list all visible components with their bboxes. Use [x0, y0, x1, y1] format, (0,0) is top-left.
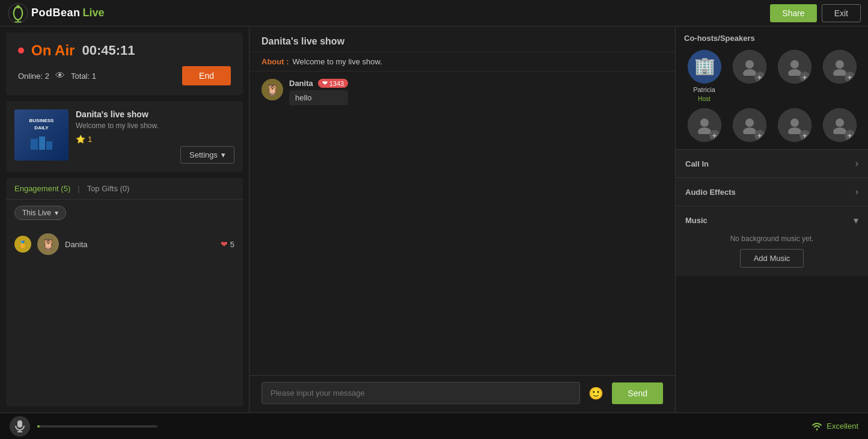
- music-section: Music ▾ No background music yet. Add Mus…: [676, 206, 868, 276]
- show-description: Welcome to my live show.: [76, 121, 234, 130]
- engagement-tabs: Engagement (5) | Top Gifts (0): [6, 178, 243, 200]
- svg-point-22: [788, 127, 801, 134]
- svg-point-23: [836, 118, 844, 127]
- host-item-slot5[interactable]: +: [684, 108, 724, 142]
- online-count: Online: 2: [18, 72, 49, 81]
- chat-username: Danita: [289, 79, 313, 88]
- svg-rect-7: [46, 141, 52, 150]
- chat-input[interactable]: [261, 382, 580, 404]
- host-item-slot2[interactable]: +: [729, 50, 769, 102]
- hosts-grid-row2: + + +: [684, 108, 860, 142]
- call-in-header[interactable]: Call In ›: [676, 150, 868, 177]
- volume-bar: [37, 425, 157, 428]
- host-item-slot3[interactable]: +: [774, 50, 815, 102]
- host-avatar-slot2[interactable]: +: [733, 50, 766, 84]
- add-plus-icon4: +: [845, 72, 855, 82]
- podbean-logo-icon: [7, 2, 29, 24]
- emoji-button[interactable]: 🙂: [586, 386, 606, 401]
- center-panel: Danita's live show About : Welcome to my…: [249, 26, 676, 413]
- show-title: Danita's live show: [76, 109, 234, 119]
- host-avatar-slot5[interactable]: +: [688, 108, 721, 142]
- send-button[interactable]: Send: [612, 382, 663, 404]
- on-air-label: On Air: [31, 42, 75, 59]
- heart-number: 5: [230, 240, 234, 249]
- chat-user-row: Danita ❤ 1343: [289, 79, 348, 88]
- filter-chevron-icon: ▾: [55, 209, 58, 217]
- mic-section: [10, 416, 157, 437]
- svg-point-15: [836, 60, 844, 69]
- svg-point-18: [698, 127, 711, 134]
- rating-count: 1: [88, 135, 92, 144]
- svg-point-24: [833, 127, 846, 134]
- audio-effects-header[interactable]: Audio Effects ›: [676, 178, 868, 206]
- logo-text: PodBean: [31, 7, 81, 19]
- chat-hearts-badge: ❤ 1343: [318, 79, 348, 88]
- logo-live-text: Live: [83, 7, 105, 19]
- list-item: 🏅 🦉 Danita ❤ 5: [14, 230, 234, 259]
- engagement-tab[interactable]: Engagement (5): [14, 184, 70, 193]
- thumbnail-title-line1: BUSINESS: [29, 118, 54, 124]
- host-avatar-slot8[interactable]: +: [823, 108, 857, 142]
- chat-show-title: Danita's live show: [261, 36, 344, 46]
- music-arrow-icon[interactable]: ▾: [854, 215, 858, 226]
- signal-label: Excellent: [827, 422, 858, 431]
- show-thumbnail: BUSINESS DAILY: [14, 109, 69, 161]
- heart-count: ❤ 5: [221, 239, 234, 249]
- mic-icon: [15, 420, 25, 432]
- host-avatar-slot7[interactable]: +: [778, 108, 811, 142]
- host-name-patricia: Patricia: [693, 86, 715, 93]
- host-item-slot6[interactable]: +: [729, 108, 769, 142]
- left-panel: On Air 00:45:11 Online: 2 👁 Total: 1 End…: [0, 26, 249, 413]
- on-air-dot: [18, 48, 24, 54]
- settings-chevron-icon: ▾: [221, 150, 225, 159]
- filter-row: This Live ▾: [6, 200, 243, 226]
- svg-rect-6: [39, 137, 45, 150]
- user-name: Danita: [65, 240, 215, 249]
- filter-label: This Live: [22, 209, 51, 217]
- host-avatar-img: 🏢: [688, 50, 721, 84]
- host-avatar-slot4[interactable]: +: [823, 50, 857, 84]
- mic-button[interactable]: [10, 416, 30, 437]
- logo: PodBean Live: [7, 2, 105, 24]
- chat-user-avatar: 🦉: [261, 79, 283, 100]
- host-item-slot7[interactable]: +: [774, 108, 815, 142]
- audio-effects-title: Audio Effects: [685, 188, 736, 197]
- about-text: Welcome to my live show.: [292, 57, 382, 66]
- svg-point-13: [790, 60, 799, 69]
- settings-button[interactable]: Settings ▾: [180, 146, 234, 164]
- add-music-button[interactable]: Add Music: [740, 249, 804, 268]
- svg-point-20: [743, 127, 756, 134]
- host-item-slot4[interactable]: +: [819, 50, 860, 102]
- topbar-buttons: Share Exit: [770, 4, 861, 22]
- wifi-icon: [811, 422, 823, 431]
- add-plus-icon8: +: [845, 130, 855, 141]
- svg-point-17: [700, 118, 709, 127]
- filter-button[interactable]: This Live ▾: [14, 206, 66, 220]
- music-header: Music ▾: [685, 215, 858, 226]
- host-item-slot8[interactable]: +: [819, 108, 860, 142]
- chat-hearts-count: 1343: [329, 80, 344, 87]
- show-header: Danita's live show: [249, 26, 675, 52]
- svg-point-19: [745, 118, 754, 127]
- end-button[interactable]: End: [182, 66, 231, 85]
- svg-point-21: [790, 118, 799, 127]
- heart-icon: ❤: [221, 239, 228, 249]
- add-plus-icon6: +: [754, 130, 765, 141]
- main-content: On Air 00:45:11 Online: 2 👁 Total: 1 End…: [0, 26, 868, 413]
- on-air-row: On Air 00:45:11: [18, 42, 231, 59]
- chat-message-content: Danita ❤ 1343 hello: [289, 79, 348, 105]
- total-count: Total: 1: [71, 72, 96, 81]
- top-gifts-tab[interactable]: Top Gifts (0): [87, 184, 130, 193]
- host-avatar-slot6[interactable]: +: [733, 108, 766, 142]
- host-avatar-slot3[interactable]: +: [778, 50, 811, 84]
- tab-divider: |: [78, 184, 79, 193]
- about-row: About : Welcome to my live show.: [249, 52, 675, 72]
- avatar-inner: 🦉: [37, 233, 59, 255]
- host-avatar-patricia[interactable]: 🏢: [688, 50, 721, 84]
- thumbnail-inner: BUSINESS DAILY: [14, 109, 69, 161]
- share-button[interactable]: Share: [770, 4, 816, 22]
- chat-heart-icon: ❤: [322, 79, 328, 87]
- cohosts-section: Co-hosts/Speakers 🏢: [676, 26, 868, 150]
- exit-button[interactable]: Exit: [822, 4, 861, 22]
- engagement-section: Engagement (5) | Top Gifts (0) This Live…: [6, 178, 243, 407]
